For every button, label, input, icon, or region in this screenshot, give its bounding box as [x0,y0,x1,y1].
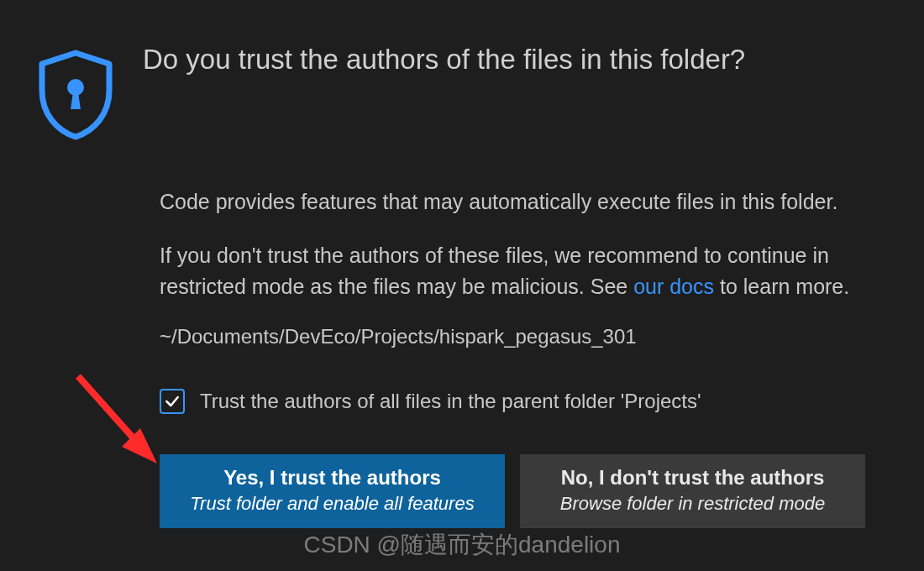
checkbox-label: Trust the authors of all files in the pa… [200,390,701,413]
docs-link[interactable]: our docs [633,275,714,298]
paragraph-2-post: to learn more. [714,275,849,298]
dialog-button-row: Yes, I trust the authors Trust folder an… [34,454,890,528]
dont-trust-button-title: No, I don't trust the authors [528,466,857,490]
folder-path: ~/Documents/DevEco/Projects/hispark_pega… [160,325,865,348]
trust-authors-button[interactable]: Yes, I trust the authors Trust folder an… [160,454,505,528]
workspace-trust-dialog: Do you trust the authors of the files in… [0,0,924,553]
dialog-header: Do you trust the authors of the files in… [34,42,890,144]
trust-button-subtitle: Trust folder and enable all features [168,493,496,515]
checkbox-icon[interactable] [160,389,185,414]
dialog-title: Do you trust the authors of the files in… [143,42,745,78]
dialog-paragraph-1: Code provides features that may automati… [160,186,865,217]
dialog-paragraph-2: If you don't trust the authors of these … [160,240,865,301]
dont-trust-button-subtitle: Browse folder in restricted mode [528,493,857,515]
dialog-body: Code provides features that may automati… [34,186,890,414]
shield-icon [34,42,118,144]
trust-button-title: Yes, I trust the authors [168,466,496,490]
trust-parent-checkbox-row[interactable]: Trust the authors of all files in the pa… [160,389,865,414]
dont-trust-authors-button[interactable]: No, I don't trust the authors Browse fol… [520,454,865,528]
